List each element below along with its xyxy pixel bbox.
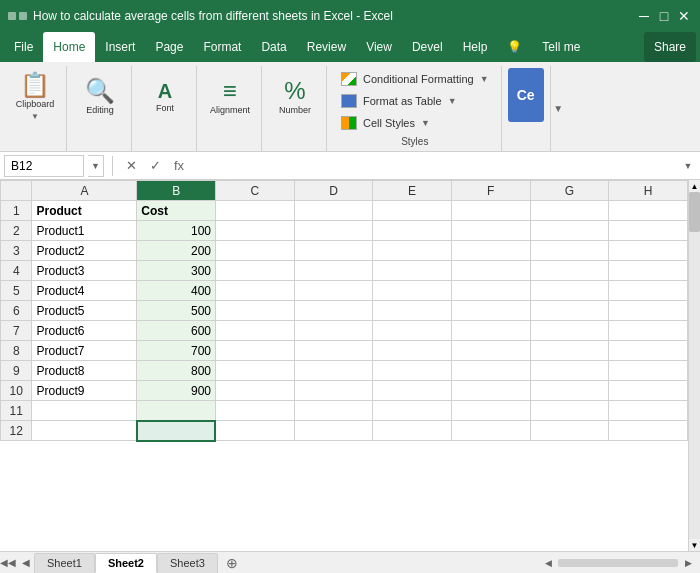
menu-file[interactable]: File <box>4 32 43 62</box>
cell[interactable] <box>32 401 137 421</box>
cell[interactable] <box>530 401 609 421</box>
minimize-button[interactable]: ─ <box>636 8 652 24</box>
menu-page[interactable]: Page <box>145 32 193 62</box>
row-number[interactable]: 12 <box>1 421 32 441</box>
cell[interactable] <box>530 341 609 361</box>
menu-share[interactable]: Share <box>644 32 696 62</box>
cell[interactable]: Product5 <box>32 301 137 321</box>
cell[interactable] <box>215 361 294 381</box>
cell[interactable] <box>609 281 688 301</box>
cell[interactable] <box>530 201 609 221</box>
formula-cancel-button[interactable]: ✕ <box>121 156 141 176</box>
font-button[interactable]: A Font <box>142 68 188 126</box>
cell[interactable] <box>451 361 530 381</box>
cell[interactable] <box>373 281 452 301</box>
cell[interactable] <box>609 421 688 441</box>
cell[interactable] <box>609 381 688 401</box>
cell[interactable] <box>530 221 609 241</box>
cell[interactable]: 800 <box>137 361 216 381</box>
cell[interactable]: 600 <box>137 321 216 341</box>
cell[interactable] <box>215 261 294 281</box>
alignment-button[interactable]: ≡ Alignment <box>207 68 253 126</box>
menu-data[interactable]: Data <box>251 32 296 62</box>
cell[interactable]: Product2 <box>32 241 137 261</box>
cell[interactable]: 900 <box>137 381 216 401</box>
cell[interactable]: Product9 <box>32 381 137 401</box>
cell[interactable] <box>609 321 688 341</box>
sheet-nav-prev[interactable]: ◀ <box>18 555 34 571</box>
formula-expand-button[interactable]: ▼ <box>680 155 696 177</box>
row-number[interactable]: 4 <box>1 261 32 281</box>
cell[interactable] <box>294 221 373 241</box>
cell[interactable] <box>373 241 452 261</box>
menu-tellme[interactable]: Tell me <box>532 32 590 62</box>
cell[interactable] <box>373 361 452 381</box>
cell[interactable] <box>294 281 373 301</box>
sheet-nav-first[interactable]: ◀◀ <box>0 555 16 571</box>
row-number[interactable]: 8 <box>1 341 32 361</box>
cell[interactable] <box>373 221 452 241</box>
cell[interactable]: Product3 <box>32 261 137 281</box>
menu-devel[interactable]: Devel <box>402 32 453 62</box>
cell[interactable]: 100 <box>137 221 216 241</box>
menu-review[interactable]: Review <box>297 32 356 62</box>
menu-home[interactable]: Home <box>43 32 95 62</box>
hscroll-right-button[interactable]: ▶ <box>680 555 696 571</box>
row-number[interactable]: 11 <box>1 401 32 421</box>
cell[interactable] <box>32 421 137 441</box>
cell[interactable] <box>215 381 294 401</box>
cell-ref-dropdown[interactable]: ▼ <box>88 155 104 177</box>
sheet-tab-1[interactable]: Sheet1 <box>34 553 95 573</box>
cell[interactable] <box>373 401 452 421</box>
ce-button-1[interactable]: Ce <box>508 68 544 122</box>
row-number[interactable]: 2 <box>1 221 32 241</box>
cell[interactable] <box>451 261 530 281</box>
clipboard-button[interactable]: 📋 Clipboard ▼ <box>12 68 58 126</box>
cell[interactable] <box>530 361 609 381</box>
hscroll-left-button[interactable]: ◀ <box>540 555 556 571</box>
restore-button[interactable]: □ <box>656 8 672 24</box>
cell[interactable] <box>294 301 373 321</box>
cell-styles-button[interactable]: Cell Styles ▼ <box>337 114 493 132</box>
sheet-tab-3[interactable]: Sheet3 <box>157 553 218 573</box>
cell[interactable]: Cost <box>137 201 216 221</box>
cell[interactable]: Product <box>32 201 137 221</box>
row-number[interactable]: 5 <box>1 281 32 301</box>
cell[interactable] <box>530 321 609 341</box>
cell[interactable] <box>294 421 373 441</box>
cell[interactable]: 300 <box>137 261 216 281</box>
row-number[interactable]: 3 <box>1 241 32 261</box>
row-number[interactable]: 6 <box>1 301 32 321</box>
row-number[interactable]: 9 <box>1 361 32 381</box>
cell[interactable] <box>609 361 688 381</box>
cell[interactable] <box>530 241 609 261</box>
cell[interactable]: 500 <box>137 301 216 321</box>
cell[interactable] <box>451 341 530 361</box>
cell[interactable]: 400 <box>137 281 216 301</box>
row-number[interactable]: 7 <box>1 321 32 341</box>
cell[interactable] <box>373 381 452 401</box>
cell[interactable] <box>373 321 452 341</box>
cell[interactable] <box>215 401 294 421</box>
menu-bulb-icon[interactable]: 💡 <box>497 32 532 62</box>
menu-view[interactable]: View <box>356 32 402 62</box>
cell[interactable] <box>609 241 688 261</box>
row-number[interactable]: 10 <box>1 381 32 401</box>
cell[interactable] <box>530 421 609 441</box>
cell[interactable] <box>373 421 452 441</box>
cell[interactable] <box>215 241 294 261</box>
formula-confirm-button[interactable]: ✓ <box>145 156 165 176</box>
formula-function-button[interactable]: fx <box>169 156 189 176</box>
cell[interactable] <box>215 421 294 441</box>
ribbon-scroll-button[interactable]: ▼ <box>551 64 566 154</box>
cell[interactable] <box>215 281 294 301</box>
sheet-add-button[interactable]: ⊕ <box>222 553 242 573</box>
cell[interactable] <box>373 261 452 281</box>
cell[interactable] <box>137 401 216 421</box>
cell[interactable] <box>215 201 294 221</box>
cell-reference[interactable]: B12 <box>4 155 84 177</box>
cell[interactable] <box>294 241 373 261</box>
cell[interactable] <box>373 301 452 321</box>
cell[interactable] <box>451 421 530 441</box>
conditional-formatting-button[interactable]: Conditional Formatting ▼ <box>337 70 493 88</box>
